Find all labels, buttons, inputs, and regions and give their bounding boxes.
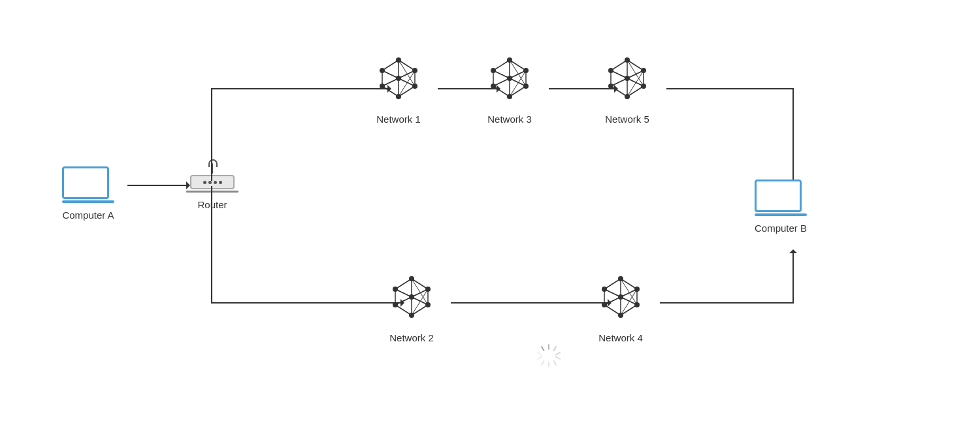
svg-line-94 bbox=[556, 352, 560, 355]
svg-line-76 bbox=[412, 279, 428, 289]
line-n4-right bbox=[660, 302, 794, 304]
svg-line-53 bbox=[627, 60, 644, 70]
network3-label: Network 3 bbox=[487, 114, 532, 125]
svg-line-30 bbox=[510, 60, 526, 70]
svg-line-96 bbox=[554, 361, 557, 365]
computer-b-label: Computer B bbox=[755, 223, 807, 234]
router-label: Router bbox=[197, 199, 227, 210]
svg-line-114 bbox=[604, 279, 621, 289]
svg-line-78 bbox=[412, 305, 428, 315]
line-n5-right bbox=[666, 88, 794, 89]
arrow-n2-to-n4 bbox=[451, 302, 608, 304]
arrow-to-network1 bbox=[211, 88, 387, 89]
svg-line-55 bbox=[627, 86, 644, 97]
network2-icon bbox=[385, 271, 438, 326]
arrow-to-network2 bbox=[211, 302, 400, 304]
computer-a-label: Computer A bbox=[62, 210, 114, 221]
computer-a-node: Computer A bbox=[62, 166, 114, 221]
svg-line-93 bbox=[554, 347, 557, 351]
line-router-down bbox=[211, 186, 212, 304]
network2-label: Network 2 bbox=[389, 332, 434, 343]
network4-node: Network 4 bbox=[595, 271, 647, 343]
svg-line-58 bbox=[611, 60, 627, 70]
svg-line-12 bbox=[382, 60, 399, 70]
network1-label: Network 1 bbox=[376, 114, 421, 125]
svg-line-95 bbox=[556, 357, 560, 360]
svg-line-109 bbox=[621, 279, 637, 289]
svg-line-35 bbox=[493, 60, 510, 70]
svg-line-32 bbox=[510, 86, 526, 97]
arrow-bottom-to-computerB bbox=[792, 253, 794, 303]
svg-line-111 bbox=[621, 305, 637, 315]
svg-line-56 bbox=[611, 86, 627, 97]
svg-line-81 bbox=[395, 279, 412, 289]
network5-icon bbox=[601, 52, 653, 107]
svg-line-98 bbox=[542, 361, 544, 365]
svg-line-79 bbox=[395, 305, 412, 315]
svg-line-33 bbox=[493, 86, 510, 97]
network5-node: Network 5 bbox=[601, 52, 653, 125]
svg-line-99 bbox=[538, 357, 542, 360]
svg-line-112 bbox=[604, 305, 621, 315]
network2-node: Network 2 bbox=[385, 271, 438, 343]
computer-b-node: Computer B bbox=[755, 179, 807, 234]
svg-line-9 bbox=[399, 86, 415, 97]
network1-node: Network 1 bbox=[372, 52, 425, 125]
network-diagram: Computer A Router bbox=[0, 0, 980, 421]
computer-a-icon bbox=[62, 166, 114, 203]
arrow-a-to-router bbox=[127, 185, 186, 186]
router-icon bbox=[186, 163, 238, 193]
svg-line-10 bbox=[382, 86, 399, 97]
computer-b-icon bbox=[755, 179, 807, 216]
network3-node: Network 3 bbox=[483, 52, 536, 125]
loading-spinner bbox=[536, 343, 562, 369]
network4-label: Network 4 bbox=[598, 332, 643, 343]
network4-icon bbox=[595, 271, 647, 326]
network5-label: Network 5 bbox=[605, 114, 649, 125]
router-node: Router bbox=[186, 163, 238, 210]
network1-icon bbox=[372, 52, 425, 107]
svg-line-100 bbox=[538, 352, 542, 355]
line-router-up bbox=[211, 88, 212, 181]
svg-line-101 bbox=[542, 347, 544, 351]
network3-icon bbox=[483, 52, 536, 107]
svg-line-7 bbox=[399, 60, 415, 70]
